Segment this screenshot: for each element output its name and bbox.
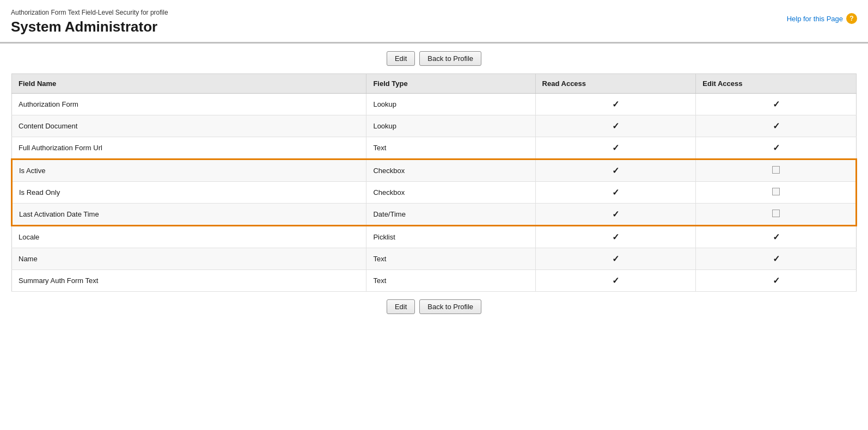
checkmark-icon: ✓	[773, 232, 780, 242]
table-row: LocalePicklist✓✓	[12, 226, 857, 248]
col-header-field-type: Field Type	[366, 74, 535, 94]
checkmark-icon: ✓	[612, 143, 619, 152]
checkmark-icon: ✓	[773, 143, 780, 152]
checkmark-icon: ✓	[612, 100, 619, 109]
cell-field-name: Last Activation Date Time	[12, 204, 366, 226]
edit-button-top[interactable]: Edit	[387, 51, 415, 66]
cell-edit-access	[696, 204, 857, 226]
cell-field-type: Text	[366, 270, 535, 292]
cell-field-type: Text	[366, 248, 535, 270]
table-row: Is ActiveCheckbox✓	[12, 159, 857, 182]
checkmark-icon: ✓	[773, 121, 780, 131]
table-row: Authorization FormLookup✓✓	[12, 94, 857, 115]
cell-edit-access	[696, 159, 857, 182]
back-to-profile-button-bottom[interactable]: Back to Profile	[419, 299, 481, 314]
cell-edit-access	[696, 182, 857, 204]
page-subtitle: Authorization Form Text Field-Level Secu…	[11, 9, 168, 16]
table-row: Full Authorization Form UrlText✓✓	[12, 137, 857, 159]
cell-read-access: ✓	[535, 159, 696, 182]
cell-read-access: ✓	[535, 270, 696, 292]
header-left: Authorization Form Text Field-Level Secu…	[11, 9, 168, 35]
cell-edit-access: ✓	[696, 115, 857, 137]
cell-field-name: Name	[12, 248, 366, 270]
col-header-field-name: Field Name	[12, 74, 366, 94]
table-row: Content DocumentLookup✓✓	[12, 115, 857, 137]
empty-checkbox-icon	[772, 188, 780, 195]
table-row: NameText✓✓	[12, 248, 857, 270]
table-header-row: Field Name Field Type Read Access Edit A…	[12, 74, 857, 94]
checkmark-icon: ✓	[612, 254, 619, 263]
checkmark-icon: ✓	[612, 188, 619, 197]
col-header-read-access: Read Access	[535, 74, 696, 94]
checkmark-icon: ✓	[773, 276, 780, 285]
toolbar-bottom: Edit Back to Profile	[11, 292, 857, 322]
cell-field-type: Lookup	[366, 94, 535, 115]
cell-field-type: Lookup	[366, 115, 535, 137]
cell-field-name: Is Active	[12, 159, 366, 182]
checkmark-icon: ✓	[773, 254, 780, 263]
col-header-edit-access: Edit Access	[696, 74, 857, 94]
cell-read-access: ✓	[535, 137, 696, 159]
help-icon[interactable]: ?	[846, 13, 857, 24]
empty-checkbox-icon	[772, 210, 780, 217]
toolbar-top: Edit Back to Profile	[11, 44, 857, 73]
help-link[interactable]: Help for this Page	[787, 15, 843, 23]
table-row: Last Activation Date TimeDate/Time✓	[12, 204, 857, 226]
cell-read-access: ✓	[535, 204, 696, 226]
cell-read-access: ✓	[535, 115, 696, 137]
cell-field-name: Authorization Form	[12, 94, 366, 115]
checkmark-icon: ✓	[612, 276, 619, 285]
cell-field-name: Summary Auth Form Text	[12, 270, 366, 292]
page-title: System Administrator	[11, 19, 168, 35]
header-right: Help for this Page ?	[787, 13, 857, 24]
edit-button-bottom[interactable]: Edit	[387, 299, 415, 314]
cell-field-name: Locale	[12, 226, 366, 248]
cell-edit-access: ✓	[696, 137, 857, 159]
cell-edit-access: ✓	[696, 94, 857, 115]
cell-field-type: Text	[366, 137, 535, 159]
cell-field-name: Is Read Only	[12, 182, 366, 204]
cell-field-name: Full Authorization Form Url	[12, 137, 366, 159]
back-to-profile-button-top[interactable]: Back to Profile	[419, 51, 481, 66]
checkmark-icon: ✓	[612, 210, 619, 219]
page-header: Authorization Form Text Field-Level Secu…	[0, 0, 868, 44]
cell-field-name: Content Document	[12, 115, 366, 137]
cell-field-type: Picklist	[366, 226, 535, 248]
checkmark-icon: ✓	[612, 121, 619, 131]
table-row: Summary Auth Form TextText✓✓	[12, 270, 857, 292]
main-content: Edit Back to Profile Field Name Field Ty…	[0, 44, 868, 333]
cell-edit-access: ✓	[696, 248, 857, 270]
cell-read-access: ✓	[535, 94, 696, 115]
cell-read-access: ✓	[535, 248, 696, 270]
checkmark-icon: ✓	[773, 100, 780, 109]
cell-field-type: Checkbox	[366, 159, 535, 182]
cell-read-access: ✓	[535, 226, 696, 248]
empty-checkbox-icon	[772, 166, 780, 174]
cell-edit-access: ✓	[696, 226, 857, 248]
checkmark-icon: ✓	[612, 166, 619, 175]
checkmark-icon: ✓	[612, 232, 619, 242]
table-row: Is Read OnlyCheckbox✓	[12, 182, 857, 204]
cell-field-type: Checkbox	[366, 182, 535, 204]
cell-read-access: ✓	[535, 182, 696, 204]
cell-edit-access: ✓	[696, 270, 857, 292]
field-security-table: Field Name Field Type Read Access Edit A…	[11, 73, 857, 292]
cell-field-type: Date/Time	[366, 204, 535, 226]
